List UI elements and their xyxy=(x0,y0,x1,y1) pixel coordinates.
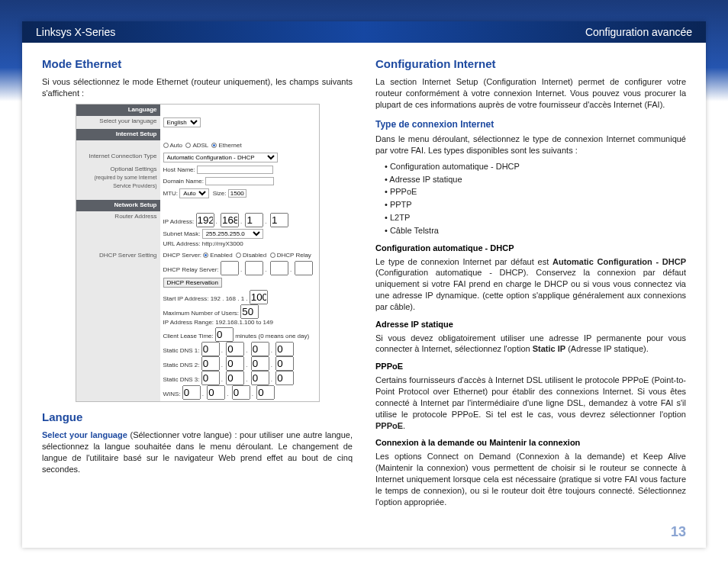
shot-select-ict[interactable]: Automatic Configuration - DHCP xyxy=(163,153,278,162)
list-item: Configuration automatique - DHCP xyxy=(385,161,686,172)
header-left: Linksys X-Series xyxy=(36,26,115,38)
heading-pppoe: PPPoE xyxy=(375,361,686,372)
shot-row-optset: Optional Settings (required by some Inte… xyxy=(76,164,160,200)
radio-dhcp-relay[interactable] xyxy=(270,253,275,258)
list-item: Adresse IP statique xyxy=(385,174,686,185)
para-conf-internet: La section Internet Setup (Configuration… xyxy=(375,76,686,111)
list-item: PPTP xyxy=(385,199,686,211)
radio-dhcp-enabled[interactable] xyxy=(203,253,208,258)
shot-select-subnet[interactable]: 255.255.255.0 xyxy=(202,229,263,239)
heading-langue: Langue xyxy=(42,410,353,425)
heading-dhcp: Configuration automatique - DHCP xyxy=(375,243,686,254)
shot-input-startip[interactable] xyxy=(250,290,268,304)
langue-lead: Select your language xyxy=(42,430,127,439)
shot-ip-3[interactable] xyxy=(270,213,288,227)
radio-auto[interactable] xyxy=(163,143,169,148)
shot-input-mtu-size[interactable] xyxy=(228,189,246,198)
heading-conn-demand: Connexion à la demande ou Maintenir la c… xyxy=(375,437,686,449)
para-pppoe: Certains fournisseurs d'accès à Internet… xyxy=(375,375,686,431)
conn-type-list: Configuration automatique - DHCP Adresse… xyxy=(375,161,686,236)
header-right: Configuration avancée xyxy=(585,26,692,38)
shot-row-ict: Internet Connection Type xyxy=(76,151,160,164)
right-column: Configuration Internet La section Intern… xyxy=(375,53,686,542)
para-dhcp: Le type de connexion Internet par défaut… xyxy=(375,256,686,313)
document-page: Linksys X-Series Configuration avancée M… xyxy=(22,21,706,548)
page-number: 13 xyxy=(671,524,686,540)
shot-sec-internet: Internet Setup xyxy=(76,129,160,140)
shot-input-lease[interactable] xyxy=(215,327,234,342)
router-admin-screenshot: Language Select your language English In… xyxy=(76,104,320,402)
content-columns: Mode Ethernet Si vous sélectionnez le mo… xyxy=(22,43,706,548)
page-header: Linksys X-Series Configuration avancée xyxy=(22,21,706,43)
shot-row-router: Router Address xyxy=(76,211,160,250)
shot-row-mode: Auto ADSL Ethernet xyxy=(160,140,319,152)
shot-input-domain[interactable] xyxy=(205,177,274,185)
shot-row-dhcpset: DHCP Server Setting xyxy=(76,250,160,402)
shot-ip-1[interactable] xyxy=(221,213,239,227)
radio-ethernet[interactable] xyxy=(211,143,217,148)
heading-static: Adresse IP statique xyxy=(375,319,686,330)
heading-type-conn: Type de connexion Internet xyxy=(375,118,686,130)
shot-row-select-lang: Select your language xyxy=(76,116,160,129)
heading-ethernet: Mode Ethernet xyxy=(42,56,353,72)
para-ethernet: Si vous sélectionnez le mode Ethernet (r… xyxy=(42,76,353,99)
list-item: Câble Telstra xyxy=(385,225,686,236)
radio-dhcp-disabled[interactable] xyxy=(236,253,241,258)
shot-select-language[interactable]: English xyxy=(163,117,201,127)
para-langue: Select your language (Sélectionner votre… xyxy=(42,429,353,475)
shot-ip-0[interactable] xyxy=(196,213,214,227)
heading-conf-internet: Configuration Internet xyxy=(375,56,686,72)
shot-sec-network: Network Setup xyxy=(76,200,160,211)
list-item: L2TP xyxy=(385,212,686,224)
shot-select-mtu[interactable]: Auto xyxy=(179,188,209,198)
para-static: Si vous devez obligatoirement utiliser u… xyxy=(375,333,686,355)
shot-input-hostname[interactable] xyxy=(197,166,273,174)
left-column: Mode Ethernet Si vous sélectionnez le mo… xyxy=(42,53,353,542)
shot-input-maxusers[interactable] xyxy=(240,304,259,319)
shot-btn-dhcp-reservation[interactable]: DHCP Reservation xyxy=(163,278,222,288)
list-item: PPPoE xyxy=(385,186,686,198)
shot-ip-2[interactable] xyxy=(245,213,263,227)
shot-sec-language: Language xyxy=(76,105,160,116)
para-type-conn: Dans le menu déroulant, sélectionnez le … xyxy=(375,134,686,156)
para-conn-demand: Les options Connect on Demand (Connexion… xyxy=(375,451,686,507)
radio-adsl[interactable] xyxy=(185,143,191,148)
